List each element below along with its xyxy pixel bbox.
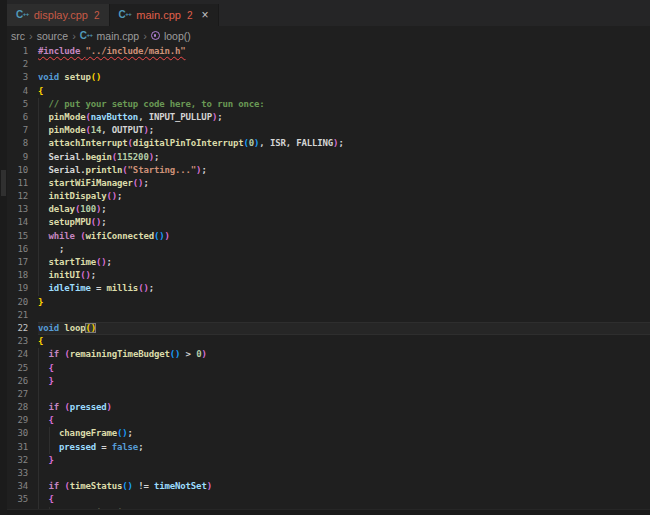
line-number[interactable]: 10 [7, 164, 38, 177]
code-line-content[interactable]: { [38, 414, 650, 427]
line-number[interactable]: 26 [7, 375, 38, 388]
code-line-content[interactable] [38, 467, 650, 480]
close-icon[interactable]: × [201, 9, 208, 21]
left-rail-scrollbar-thumb[interactable] [1, 170, 6, 196]
code-line[interactable]: 12 initDispaly(); [7, 190, 650, 203]
line-number[interactable]: 15 [7, 230, 38, 243]
code-line[interactable]: 26 } [7, 375, 650, 388]
line-number[interactable]: 12 [7, 190, 38, 203]
code-line-content[interactable]: setupMPU(); [38, 216, 650, 229]
code-line[interactable]: 11 startWiFiManager(); [7, 177, 650, 190]
code-line-content[interactable]: { [38, 493, 650, 506]
line-number[interactable]: 6 [7, 111, 38, 124]
line-number[interactable]: 8 [7, 137, 38, 150]
line-number[interactable]: 28 [7, 401, 38, 414]
line-number[interactable]: 9 [7, 151, 38, 164]
breadcrumb-item-main-cpp[interactable]: main.cpp [79, 30, 140, 42]
code-line[interactable]: 29 { [7, 414, 650, 427]
code-line-content[interactable]: { [38, 85, 650, 98]
line-number[interactable]: 3 [7, 71, 38, 84]
code-line-content[interactable]: pinMode(navButton, INPUT_PULLUP); [38, 111, 650, 124]
code-line-content[interactable]: delay(100); [38, 203, 650, 216]
code-line[interactable]: 23{ [7, 335, 650, 348]
breadcrumb-item-src[interactable]: src [10, 30, 26, 42]
code-line-content[interactable]: Serial.println("Starting..."); [38, 164, 650, 177]
line-number[interactable]: 17 [7, 256, 38, 269]
code-line[interactable]: 21 [7, 309, 650, 322]
line-number[interactable]: 34 [7, 480, 38, 493]
code-line-content[interactable]: initUI(); [38, 269, 650, 282]
breadcrumb-item-loop[interactable]: loop() [150, 30, 192, 42]
code-line-content[interactable]: } [38, 296, 650, 309]
code-line[interactable]: 34 if (timeStatus() != timeNotSet) [7, 480, 650, 493]
line-number[interactable]: 14 [7, 216, 38, 229]
code-line-content[interactable]: pinMode(14, OUTPUT); [38, 124, 650, 137]
tab-display-cpp[interactable]: display.cpp 2 [7, 4, 110, 26]
code-line-content[interactable]: if (timeStatus() != timeNotSet) [38, 480, 650, 493]
code-line-content[interactable]: initDispaly(); [38, 190, 650, 203]
code-line[interactable]: 20} [7, 296, 650, 309]
code-line-content[interactable]: { [38, 362, 650, 375]
code-line-content[interactable]: startTime(); [38, 256, 650, 269]
code-line[interactable]: 24 if (remainingTimeBudget() > 0) [7, 348, 650, 361]
code-line-content[interactable]: void setup() [38, 71, 650, 84]
tab-main-cpp[interactable]: main.cpp 2 × [110, 4, 219, 26]
code-line[interactable]: 18 initUI(); [7, 269, 650, 282]
line-number[interactable]: 4 [7, 85, 38, 98]
code-line-content[interactable]: ; [38, 243, 650, 256]
code-line[interactable]: 8 attachInterrupt(digitalPinToInterrupt(… [7, 137, 650, 150]
code-line-content[interactable]: startWiFiManager(); [38, 177, 650, 190]
code-line[interactable]: 14 setupMPU(); [7, 216, 650, 229]
code-line[interactable]: 35 { [7, 493, 650, 506]
line-number[interactable]: 35 [7, 493, 38, 506]
code-line-content[interactable]: attachInterrupt(digitalPinToInterrupt(0)… [38, 137, 650, 150]
code-line[interactable]: 33 [7, 467, 650, 480]
line-number[interactable]: 18 [7, 269, 38, 282]
code-line[interactable]: 31 pressed = false; [7, 441, 650, 454]
line-number[interactable]: 19 [7, 282, 38, 295]
code-line-content[interactable]: #include "../include/main.h" [38, 45, 650, 58]
code-line-content[interactable] [38, 58, 650, 71]
line-number[interactable]: 24 [7, 348, 38, 361]
line-number[interactable]: 16 [7, 243, 38, 256]
code-line[interactable]: 10 Serial.println("Starting..."); [7, 164, 650, 177]
code-line[interactable]: 32 } [7, 454, 650, 467]
line-number[interactable]: 23 [7, 335, 38, 348]
code-line[interactable]: 15 while (wifiConnected()) [7, 230, 650, 243]
line-number[interactable]: 33 [7, 467, 38, 480]
line-number[interactable]: 1 [7, 45, 38, 58]
code-line[interactable]: 6 pinMode(navButton, INPUT_PULLUP); [7, 111, 650, 124]
line-number[interactable]: 21 [7, 309, 38, 322]
code-line-content[interactable]: pressed = false; [38, 441, 650, 454]
breadcrumb-item-source[interactable]: source [36, 30, 70, 42]
line-number[interactable]: 13 [7, 203, 38, 216]
code-line-content[interactable] [38, 309, 650, 322]
code-line[interactable]: 16 ; [7, 243, 650, 256]
code-line[interactable]: 30 changeFrame(); [7, 427, 650, 440]
code-line[interactable]: 13 delay(100); [7, 203, 650, 216]
code-line-content[interactable]: idleTime = millis(); [38, 282, 650, 295]
line-number[interactable]: 5 [7, 98, 38, 111]
code-line[interactable]: 5 // put your setup code here, to run on… [7, 98, 650, 111]
code-line-content[interactable] [38, 388, 650, 401]
code-line[interactable]: 22void loop() [7, 322, 650, 335]
code-line[interactable]: 7 pinMode(14, OUTPUT); [7, 124, 650, 137]
line-number[interactable]: 20 [7, 296, 38, 309]
code-editor[interactable]: 1#include "../include/main.h"23void setu… [7, 45, 650, 515]
code-line[interactable]: 1#include "../include/main.h" [7, 45, 650, 58]
code-line-content[interactable]: { [38, 335, 650, 348]
line-number[interactable]: 27 [7, 388, 38, 401]
code-line[interactable]: 9 Serial.begin(115200); [7, 151, 650, 164]
code-line-content[interactable]: // put your setup code here, to run once… [38, 98, 650, 111]
line-number[interactable]: 31 [7, 441, 38, 454]
code-line-content[interactable]: if (remainingTimeBudget() > 0) [38, 348, 650, 361]
line-number[interactable]: 32 [7, 454, 38, 467]
code-line[interactable]: 17 startTime(); [7, 256, 650, 269]
code-line-content[interactable]: } [38, 375, 650, 388]
code-line[interactable]: 19 idleTime = millis(); [7, 282, 650, 295]
code-line-content[interactable]: Serial.begin(115200); [38, 151, 650, 164]
line-number[interactable]: 29 [7, 414, 38, 427]
code-line[interactable]: 25 { [7, 362, 650, 375]
code-line[interactable]: 4{ [7, 85, 650, 98]
line-number[interactable]: 22 [7, 322, 38, 335]
